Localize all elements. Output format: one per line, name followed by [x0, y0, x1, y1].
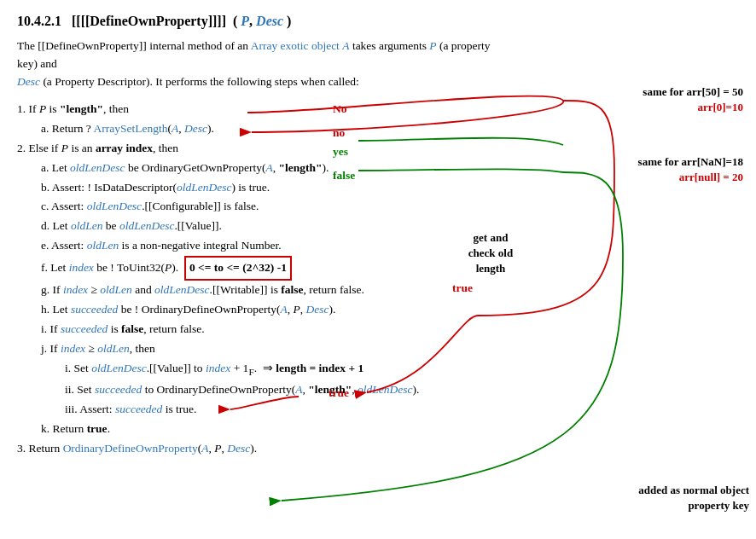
- var-a-2a: A: [266, 161, 273, 174]
- length-str-2a: "length": [279, 161, 323, 174]
- label-yes: yes: [333, 145, 348, 159]
- link-array-exotic: Array exotic object: [251, 39, 340, 52]
- step-2b: b. Assert: ! IsDataDescriptor(oldLenDesc…: [41, 178, 739, 198]
- p-var-2h: P: [293, 303, 299, 316]
- step-2j-i: i. Set oldLenDesc.[[Value]] to index + 1…: [65, 359, 739, 380]
- label-No: No: [333, 102, 347, 116]
- var-oldlen-2e: oldLen: [87, 239, 119, 252]
- var-p: P: [429, 39, 436, 52]
- param-p: P: [241, 14, 249, 28]
- var-succeeded-2jiii: succeeded: [115, 403, 162, 415]
- var-a-2h: A: [280, 303, 287, 316]
- var-succeeded-2i: succeeded: [61, 322, 108, 335]
- range-highlight: 0 <= to <= (2^32) -1: [184, 256, 292, 281]
- annotation-get-check: get andcheck oldlength: [452, 230, 529, 277]
- var-oldlendesc-2a: oldLenDesc: [70, 161, 125, 174]
- step-2: 2. Else if P is an array index, then: [17, 139, 739, 159]
- var-index-2f: index: [69, 261, 94, 274]
- var-oldlendesc-2g: oldLenDesc: [154, 283, 210, 296]
- var-desc: Desc: [17, 75, 40, 88]
- step-2e: e. Assert: oldLen is a non-negative inte…: [41, 236, 739, 256]
- step-2d: d. Let oldLen be oldLenDesc.[[Value]].: [41, 217, 739, 236]
- var-oldlen-2d: oldLen: [71, 219, 103, 232]
- step-2j-ii: ii. Set succeeded to OrdinaryDefineOwnPr…: [65, 380, 739, 400]
- step-2j: j. If index ≥ oldLen, then: [41, 339, 739, 359]
- step-2h: h. Let succeeded be ! OrdinaryDefineOwnP…: [41, 300, 739, 320]
- var-index-2j: index: [61, 342, 85, 355]
- annotation-same-arrNaN: same for arr[NaN]=18: [638, 155, 743, 169]
- step-2g: g. If index ≥ oldLen and oldLenDesc.[[Wr…: [41, 281, 739, 300]
- link-ordinarydefine-3: OrdinaryDefineOwnProperty: [63, 442, 198, 455]
- var-succeeded-2jii: succeeded: [95, 383, 142, 396]
- method-name: [[DefineOwnProperty]]: [81, 14, 218, 28]
- var-oldlendesc-2jii: oldLenDesc: [358, 383, 413, 396]
- var-oldlendesc-2d: oldLenDesc: [119, 219, 175, 232]
- subscript-f: F: [248, 367, 253, 377]
- false-2i: false: [121, 322, 143, 335]
- var-desc-2h: Desc: [305, 303, 329, 316]
- step-2a: a. Let oldLenDesc be OrdinaryGetOwnPrope…: [41, 159, 739, 178]
- length-str: "length": [60, 102, 103, 115]
- label-true1: true: [452, 281, 473, 295]
- length-eq: length = index + 1: [276, 362, 363, 374]
- var-a-2jii: A: [295, 383, 302, 396]
- p-var-2f: P: [165, 261, 172, 274]
- algorithm-steps: 1. If P is "length", then a. Return ? Ar…: [17, 100, 739, 459]
- var-a-1a: A: [172, 122, 178, 135]
- double-arrow: ⇒: [263, 362, 273, 374]
- step-2c: c. Assert: oldLenDesc.[[Configurable]] i…: [41, 197, 739, 217]
- annotation-arrNull: arr[null] = 20: [679, 171, 743, 184]
- annotation-same-arr50: same for arr[50] = 50: [643, 85, 743, 99]
- var-index-2g: index: [63, 283, 88, 296]
- var-oldlendesc-2b: oldLenDesc: [177, 181, 232, 194]
- true-2k: true: [87, 422, 108, 435]
- p-var: P: [39, 102, 46, 115]
- step-1a: a. Return ? ArraySetLength(A, Desc).: [41, 119, 739, 139]
- step-2k: k. Return true.: [41, 420, 739, 439]
- section-title: 10.4.2.1 [[[[DefineOwnProperty]]]] ( P, …: [17, 14, 739, 29]
- p-var-3: P: [214, 442, 221, 455]
- intro-text: The [[DefineOwnProperty]] internal metho…: [17, 38, 495, 91]
- array-index-text: array index: [96, 142, 153, 154]
- var-oldlendesc-2c: oldLenDesc: [87, 200, 142, 212]
- link-arraysetlength: ArraySetLength: [93, 122, 167, 135]
- var-succeeded-2h: succeeded: [71, 303, 118, 316]
- annotation-added-as: added as normal objectproperty key: [638, 483, 749, 513]
- var-oldlen-2j: oldLen: [97, 342, 130, 355]
- label-true2: true: [329, 386, 349, 400]
- p-var-2: P: [61, 142, 68, 154]
- param-desc: Desc: [256, 14, 283, 28]
- var-oldlen-2g: oldLen: [100, 283, 132, 296]
- step-2f: f. Let index be ! ToUint32(P). 0 <= to <…: [41, 256, 739, 281]
- label-no: no: [333, 126, 345, 140]
- annotation-arr0: arr[0]=10: [697, 101, 743, 114]
- step-2j-iii: iii. Assert: succeeded is true.: [65, 400, 739, 420]
- false-2g: false: [281, 283, 303, 296]
- step-1: 1. If P is "length", then: [17, 100, 739, 119]
- var-a-3: A: [201, 442, 208, 455]
- var-oldlendesc-2ji: oldLenDesc: [91, 362, 147, 374]
- step-3: 3. Return OrdinaryDefineOwnProperty(A, P…: [17, 439, 739, 459]
- method-bracket2: ]]: [217, 14, 226, 28]
- var-desc-1a: Desc: [184, 122, 207, 135]
- step-2i: i. If succeeded is false, return false.: [41, 320, 739, 339]
- var-a: A: [342, 39, 349, 52]
- section-number: 10.4.2.1: [17, 14, 61, 28]
- label-false: false: [333, 169, 355, 183]
- var-desc-3: Desc: [227, 442, 250, 455]
- var-index-2ji: index: [206, 362, 230, 374]
